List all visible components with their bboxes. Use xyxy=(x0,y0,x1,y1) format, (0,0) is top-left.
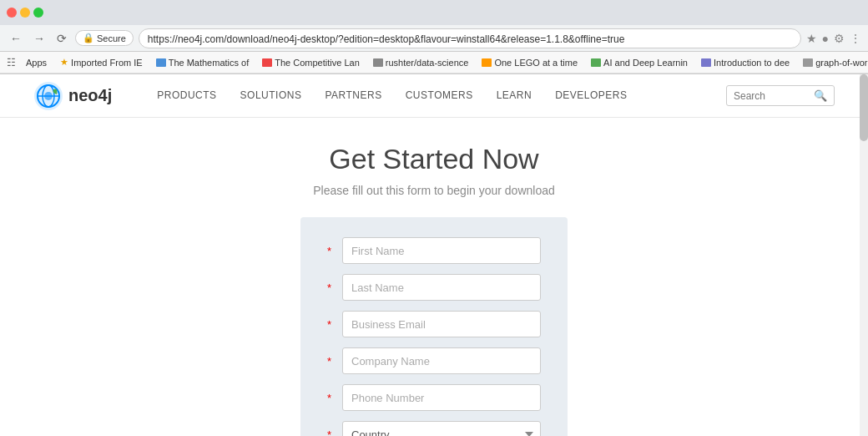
bookmark-rushter[interactable]: rushter/data-science xyxy=(370,57,472,68)
browser-bookmarks: ☷ Apps ★ Imported From IE The Mathematic… xyxy=(0,52,868,74)
close-button[interactable] xyxy=(7,8,17,18)
nav-products[interactable]: PRODUCTS xyxy=(145,74,228,118)
bookmark-graphwords[interactable]: graph-of-words xyxy=(800,57,868,68)
scrollbar[interactable] xyxy=(860,74,868,436)
lock-icon: 🔒 xyxy=(83,33,94,43)
country-select[interactable]: Country United States United Kingdom Ger… xyxy=(342,421,541,436)
browser-addressbar: ← → ⟳ 🔒 Secure https://neo4j.com/downloa… xyxy=(0,25,868,52)
security-label: Secure xyxy=(97,33,126,43)
nav-links: PRODUCTS SOLUTIONS PARTNERS CUSTOMERS LE… xyxy=(145,74,726,118)
menu-icon[interactable]: ⋮ xyxy=(850,32,861,45)
bookmark-intro[interactable]: Introduction to dee xyxy=(698,57,793,68)
search-icon[interactable]: 🔍 xyxy=(814,89,827,102)
nav-learn[interactable]: LEARN xyxy=(485,74,544,118)
phone-input[interactable] xyxy=(342,384,541,411)
nav-developers[interactable]: DEVELOPERS xyxy=(543,74,638,118)
first-name-row: * xyxy=(327,237,541,264)
refresh-button[interactable]: ⟳ xyxy=(53,30,70,47)
required-star-5: * xyxy=(327,392,336,404)
first-name-input[interactable] xyxy=(342,237,541,264)
extension-icon: ● xyxy=(822,32,829,45)
main-nav: neo4j PRODUCTS SOLUTIONS PARTNERS CUSTOM… xyxy=(0,74,868,118)
bookmark-competitive[interactable]: The Competitive Lan xyxy=(259,57,363,68)
phone-row: * xyxy=(327,384,541,411)
email-row: * xyxy=(327,311,541,337)
bookmark-star-icon[interactable]: ★ xyxy=(806,32,817,45)
logo-text: neo4j xyxy=(68,86,112,105)
required-star-2: * xyxy=(327,281,336,294)
svg-point-4 xyxy=(44,92,53,100)
maximize-button[interactable] xyxy=(33,8,43,18)
page-subtitle: Please fill out this form to begin your … xyxy=(313,184,555,197)
browser-titlebar xyxy=(0,0,868,25)
apps-icon: ☷ xyxy=(7,57,16,68)
nav-partners[interactable]: PARTNERS xyxy=(313,74,393,118)
nav-solutions[interactable]: SOLUTIONS xyxy=(229,74,314,118)
last-name-row: * xyxy=(327,274,541,301)
browser-chrome: ← → ⟳ 🔒 Secure https://neo4j.com/downloa… xyxy=(0,0,868,74)
download-form: * * * * * xyxy=(300,217,568,436)
required-star-3: * xyxy=(327,318,336,331)
required-star-1: * xyxy=(327,245,336,257)
main-content: Get Started Now Please fill out this for… xyxy=(0,118,868,436)
required-star-4: * xyxy=(327,355,336,368)
bookmark-apps[interactable]: Apps xyxy=(23,57,50,68)
company-row: * xyxy=(327,347,541,374)
scrollbar-thumb[interactable] xyxy=(860,74,868,141)
page-title: Get Started Now xyxy=(329,143,538,175)
nav-search-bar[interactable]: 🔍 xyxy=(726,85,835,106)
search-input[interactable] xyxy=(734,90,809,102)
logo-icon xyxy=(33,81,63,111)
bookmark-lego[interactable]: One LEGO at a time xyxy=(478,57,581,68)
company-name-input[interactable] xyxy=(342,347,541,374)
security-badge: 🔒 Secure xyxy=(75,30,134,46)
settings-icon[interactable]: ⚙ xyxy=(834,32,845,45)
required-star-6: * xyxy=(327,428,336,437)
forward-button[interactable]: → xyxy=(30,30,48,47)
nav-customers[interactable]: CUSTOMERS xyxy=(394,74,485,118)
page-content: neo4j PRODUCTS SOLUTIONS PARTNERS CUSTOM… xyxy=(0,74,868,436)
back-button[interactable]: ← xyxy=(7,30,25,47)
last-name-input[interactable] xyxy=(342,274,541,301)
country-row: * Country United States United Kingdom G… xyxy=(327,421,541,436)
bookmark-ai[interactable]: AI and Deep Learnin xyxy=(588,57,691,68)
url-bar[interactable]: https://neo4j.com/download/neo4j-desktop… xyxy=(139,28,801,48)
bookmark-imported[interactable]: ★ Imported From IE xyxy=(57,56,146,68)
email-input[interactable] xyxy=(342,311,541,337)
logo[interactable]: neo4j xyxy=(33,81,112,111)
minimize-button[interactable] xyxy=(20,8,30,18)
bookmark-math[interactable]: The Mathematics of xyxy=(153,57,253,68)
